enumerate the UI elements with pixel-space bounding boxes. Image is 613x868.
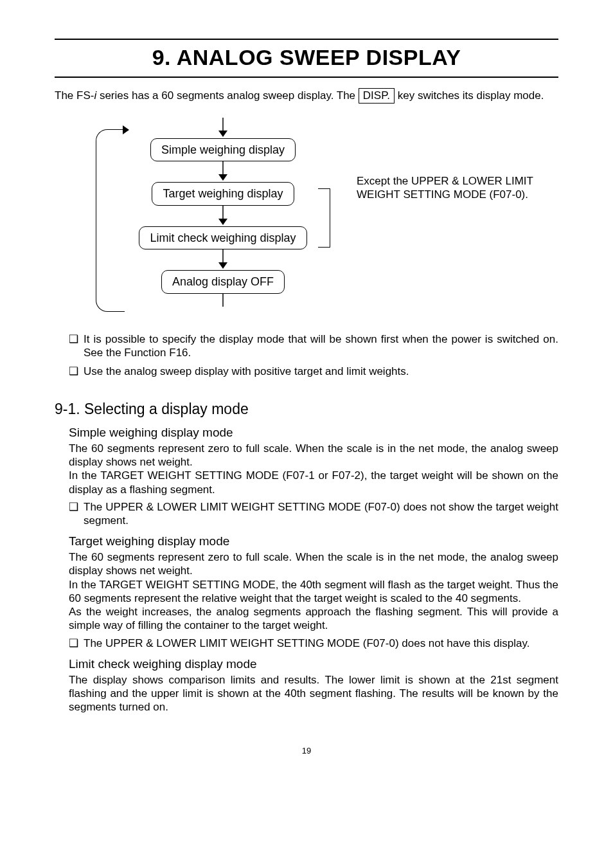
subhead-simple: Simple weighing display mode bbox=[69, 425, 558, 440]
bullet-text: Use the analog sweep display with positi… bbox=[84, 365, 558, 378]
simple-p1: The 60 segments represent zero to full s… bbox=[69, 442, 558, 469]
target-p1: The 60 segments represent zero to full s… bbox=[69, 550, 558, 578]
subhead-target: Target weighing display mode bbox=[69, 534, 558, 549]
page-title: 9. ANALOG SWEEP DISPLAY bbox=[152, 45, 461, 69]
page-title-bar: 9. ANALOG SWEEP DISPLAY bbox=[55, 39, 558, 78]
svg-marker-4 bbox=[218, 174, 227, 181]
disp-key: DISP. bbox=[359, 88, 395, 104]
svg-marker-6 bbox=[218, 219, 227, 225]
arrow-down-icon bbox=[121, 161, 324, 182]
intro-post: key switches its display mode. bbox=[395, 89, 544, 102]
bullet-item: ❑ It is possible to specify the display … bbox=[69, 332, 558, 360]
flow-box-simple: Simple weighing display bbox=[150, 138, 296, 162]
flow-box-limit: Limit check weighing display bbox=[139, 226, 306, 250]
flow-box-off: Analog display OFF bbox=[161, 270, 285, 294]
bullet-square-icon: ❑ bbox=[69, 500, 78, 528]
svg-marker-8 bbox=[218, 262, 227, 269]
bullet-text: The UPPER & LOWER LIMIT WEIGHT SETTING M… bbox=[84, 500, 558, 528]
intro-mid: series has a 60 segments analog sweep di… bbox=[96, 89, 359, 102]
limit-p1: The display shows comparison limits and … bbox=[69, 673, 558, 714]
section-heading: 9-1. Selecting a display mode bbox=[55, 400, 558, 419]
side-note: Except the UPPER & LOWER LIMIT WEIGHT SE… bbox=[357, 174, 549, 202]
flow-box-target: Target weighing display bbox=[152, 182, 294, 206]
bullet-item: ❑ Use the analog sweep display with posi… bbox=[69, 365, 558, 378]
target-p3: As the weight increases, the analog segm… bbox=[69, 605, 558, 633]
simple-p2: In the TARGET WEIGHT SETTING MODE (F07-1… bbox=[69, 469, 558, 496]
svg-marker-2 bbox=[218, 131, 227, 137]
flow-diagram-wrap: Simple weighing display Target weighing … bbox=[93, 118, 558, 314]
intro-paragraph: The FS-i series has a 60 segments analog… bbox=[55, 88, 558, 104]
bullet-text: It is possible to specify the display mo… bbox=[84, 332, 558, 360]
bullet-square-icon: ❑ bbox=[69, 332, 78, 360]
flow-stack: Simple weighing display Target weighing … bbox=[121, 118, 324, 314]
bullet-square-icon: ❑ bbox=[69, 637, 78, 650]
arrow-down-icon bbox=[121, 206, 324, 226]
flow-diagram: Simple weighing display Target weighing … bbox=[93, 118, 324, 314]
page-number: 19 bbox=[55, 746, 558, 756]
arrow-loop-bottom bbox=[121, 294, 324, 314]
arrow-down-icon bbox=[121, 118, 324, 138]
bullet-text: The UPPER & LOWER LIMIT WEIGHT SETTING M… bbox=[84, 637, 558, 650]
intro-pre: The FS- bbox=[55, 89, 94, 102]
loop-line bbox=[96, 129, 125, 312]
bullet-square-icon: ❑ bbox=[69, 365, 78, 378]
bullet-item: ❑ The UPPER & LOWER LIMIT WEIGHT SETTING… bbox=[69, 500, 558, 528]
arrow-down-icon bbox=[121, 249, 324, 270]
bullet-item: ❑ The UPPER & LOWER LIMIT WEIGHT SETTING… bbox=[69, 637, 558, 650]
target-p2: In the TARGET WEIGHT SETTING MODE, the 4… bbox=[69, 578, 558, 606]
subhead-limit: Limit check weighing display mode bbox=[69, 656, 558, 672]
